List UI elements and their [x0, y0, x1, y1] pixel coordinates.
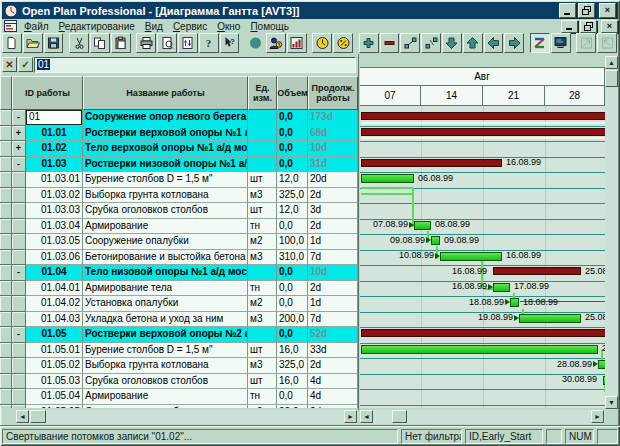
activity-bar[interactable] — [493, 283, 510, 292]
circle-tool-button[interactable] — [245, 33, 265, 53]
activity-id-cell[interactable]: 01.05 — [26, 327, 83, 343]
open-folder-button[interactable] — [23, 33, 43, 53]
print-preview-button[interactable] — [157, 33, 177, 53]
row-header-cell[interactable] — [0, 188, 12, 204]
activity-id-cell[interactable]: 01.04.03 — [26, 312, 83, 328]
unit-cell[interactable]: м3 — [248, 312, 277, 328]
activity-id-cell[interactable]: 01.05.02 — [26, 358, 83, 374]
inline-cell-editor[interactable]: 01 — [26, 110, 82, 125]
summary-bar[interactable] — [361, 128, 605, 136]
copy-pages-button[interactable] — [90, 33, 110, 53]
volume-cell[interactable]: 12,0 — [277, 172, 308, 188]
duration-cell[interactable]: 52d — [308, 327, 358, 343]
duration-cell[interactable]: 68d — [308, 126, 358, 142]
volume-cell[interactable]: 0,0 — [277, 281, 308, 297]
volume-cell[interactable]: 325,0 — [277, 188, 308, 204]
percent-button[interactable] — [333, 33, 353, 53]
arrow-left-button[interactable] — [484, 33, 504, 53]
summary-bar[interactable] — [493, 267, 581, 275]
volume-cell[interactable]: 0,0 — [277, 157, 308, 173]
duration-cell[interactable]: 4d — [308, 374, 358, 390]
volume-cell[interactable]: 325,0 — [277, 358, 308, 374]
activity-bar[interactable] — [440, 252, 502, 261]
volume-cell[interactable]: 0,0 — [277, 110, 308, 126]
activity-bar[interactable] — [361, 174, 414, 183]
activity-name-cell[interactable]: Тело верховой опоры №1 а/д моста — [83, 141, 248, 157]
activity-bar[interactable] — [361, 345, 598, 354]
resource-person-button[interactable] — [266, 33, 286, 53]
volume-cell[interactable]: 200,0 — [277, 312, 308, 328]
summary-bar[interactable] — [361, 329, 605, 337]
duration-cell[interactable]: 1d — [308, 234, 358, 250]
unit-cell[interactable]: м3 — [248, 358, 277, 374]
duration-cell[interactable]: 10d — [308, 141, 358, 157]
activity-id-cell[interactable]: 01.03.02 — [26, 188, 83, 204]
activity-name-cell[interactable]: Бетонирование и выстойка бетона — [83, 250, 248, 266]
activity-id-cell[interactable]: 01.03.06 — [26, 250, 83, 266]
duration-cell[interactable]: 10d — [308, 265, 358, 281]
paste-clipboard-button[interactable] — [111, 33, 131, 53]
activity-name-cell[interactable]: Бурение столбов D = 1,5 м" — [83, 343, 248, 359]
chart-hscroll-thumb[interactable] — [392, 410, 407, 423]
unit-cell[interactable] — [248, 126, 277, 142]
unit-cell[interactable]: м2 — [248, 234, 277, 250]
volume-cell[interactable]: 0,0 — [277, 296, 308, 312]
histogram-chart-button[interactable] — [287, 33, 307, 53]
activity-id-cell[interactable]: 01 — [26, 110, 83, 126]
activity-name-cell[interactable]: Тело низовой опоры №1 а/д моста — [83, 265, 248, 281]
volume-cell[interactable]: 92,0 — [277, 405, 308, 409]
volume-cell[interactable]: 100,0 — [277, 234, 308, 250]
volume-cell[interactable]: 0,0 — [277, 219, 308, 235]
unit-cell[interactable]: м2 — [248, 405, 277, 409]
close-button[interactable]: × — [599, 3, 616, 18]
row-header-cell[interactable] — [0, 358, 12, 374]
unit-cell[interactable] — [248, 265, 277, 281]
activity-id-cell[interactable]: 01.05.03 — [26, 374, 83, 390]
app-icon[interactable] — [4, 4, 18, 18]
new-document-button[interactable] — [2, 33, 22, 53]
activity-name-cell[interactable]: Установка опалубки — [83, 296, 248, 312]
activity-name-cell[interactable]: Сооружение опалубки — [83, 234, 248, 250]
duration-cell[interactable]: 2d — [308, 281, 358, 297]
table-hscroll-thumb[interactable] — [30, 410, 46, 423]
activity-id-cell[interactable]: 01.05.01 — [26, 343, 83, 359]
column-header-4[interactable]: Объем — [277, 76, 308, 110]
row-header-cell[interactable] — [0, 389, 12, 405]
activity-id-cell[interactable]: 01.04.02 — [26, 296, 83, 312]
expand-toggle[interactable]: - — [12, 157, 26, 173]
duration-cell[interactable]: 7d — [308, 250, 358, 266]
menu-item-1[interactable]: Файл — [24, 21, 49, 32]
duration-cell[interactable]: 33d — [308, 343, 358, 359]
row-header-cell[interactable] — [0, 172, 12, 188]
duration-cell[interactable]: 2d — [308, 188, 358, 204]
row-header-cell[interactable] — [0, 250, 12, 266]
volume-cell[interactable]: 16,0 — [277, 374, 308, 390]
activity-name-cell[interactable]: Выборка грунта котлована — [83, 188, 248, 204]
activity-bar[interactable] — [519, 314, 581, 323]
chart-vscroll-thumb[interactable] — [605, 70, 618, 87]
chart-hscrollbar[interactable]: ◄ ► — [360, 410, 605, 424]
edit-confirm-button[interactable]: ✓ — [18, 57, 33, 72]
row-header-cell[interactable] — [0, 327, 12, 343]
menu-item-4[interactable]: Сервис — [173, 21, 207, 32]
activity-name-cell[interactable]: Армирование — [83, 389, 248, 405]
scroll-right-icon[interactable]: ► — [344, 410, 357, 423]
activity-id-cell[interactable]: 01.03.04 — [26, 219, 83, 235]
menu-item-2[interactable]: Редактирование — [59, 21, 135, 32]
row-header-cell[interactable] — [0, 110, 12, 126]
duration-cell[interactable]: 173d — [308, 110, 358, 126]
activity-name-cell[interactable]: Укладка бетона и уход за ним — [83, 312, 248, 328]
activity-name-cell[interactable]: Ростверки верховой опоры №2 а/д — [83, 327, 248, 343]
unit-cell[interactable]: м3 — [248, 188, 277, 204]
activity-id-cell[interactable]: 01.04.01 — [26, 281, 83, 297]
remove-minus-button[interactable] — [380, 33, 400, 53]
document-icon[interactable] — [4, 20, 17, 32]
row-header-cell[interactable] — [0, 234, 12, 250]
unit-cell[interactable]: шт — [248, 203, 277, 219]
cut-scissors-button[interactable] — [69, 33, 89, 53]
unit-cell[interactable]: шт — [248, 172, 277, 188]
activity-id-cell[interactable]: 01.03.05 — [26, 234, 83, 250]
activity-name-cell[interactable]: Выборка грунта котлована — [83, 358, 248, 374]
duration-cell[interactable]: 3d — [308, 203, 358, 219]
activity-bar[interactable] — [414, 221, 431, 230]
